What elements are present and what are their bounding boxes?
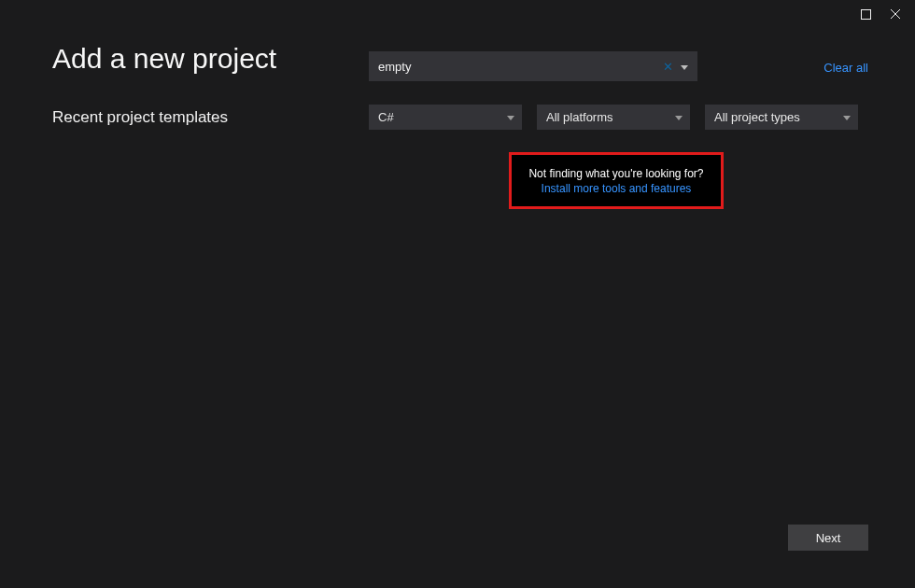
- project-type-filter-dropdown[interactable]: All project types: [705, 105, 858, 130]
- maximize-icon[interactable]: [859, 7, 872, 21]
- template-search-box[interactable]: ✕: [369, 51, 697, 81]
- chevron-down-icon: [843, 112, 851, 122]
- tip-text: Not finding what you're looking for?: [521, 167, 711, 180]
- language-filter-dropdown[interactable]: C#: [369, 105, 522, 130]
- close-icon[interactable]: [889, 7, 902, 21]
- clear-search-icon[interactable]: ✕: [657, 60, 679, 74]
- clear-all-link[interactable]: Clear all: [824, 61, 868, 75]
- chevron-down-icon: [507, 112, 514, 122]
- search-input[interactable]: [378, 60, 657, 74]
- page-title: Add a new project: [52, 43, 276, 75]
- search-dropdown-icon[interactable]: [679, 58, 690, 75]
- platform-filter-label: All platforms: [546, 110, 613, 124]
- chevron-down-icon: [675, 112, 683, 122]
- recent-templates-heading: Recent project templates: [52, 108, 228, 127]
- platform-filter-dropdown[interactable]: All platforms: [537, 105, 690, 130]
- install-tools-link[interactable]: Install more tools and features: [521, 182, 711, 195]
- svg-rect-0: [861, 9, 870, 19]
- project-type-filter-label: All project types: [714, 110, 800, 124]
- install-more-tip: Not finding what you're looking for? Ins…: [509, 152, 724, 209]
- next-button[interactable]: Next: [788, 525, 868, 551]
- language-filter-label: C#: [378, 110, 394, 124]
